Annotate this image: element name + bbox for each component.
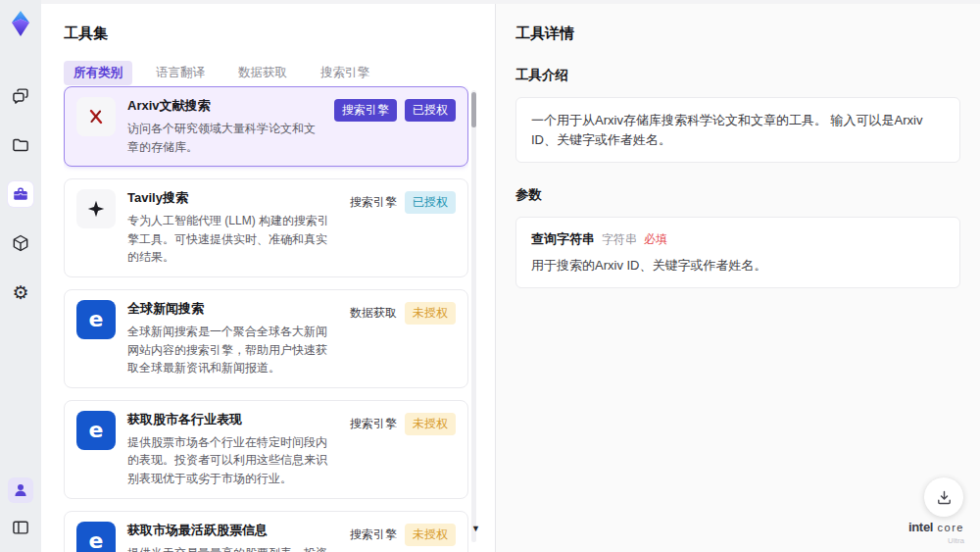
left-nav-rail: ⚙ (0, 0, 41, 552)
download-button[interactable] (924, 477, 963, 517)
tool-name: 获取股市各行业表现 (127, 411, 338, 428)
user-profile-icon[interactable] (8, 477, 33, 503)
detail-title: 工具详情 (515, 25, 960, 43)
brand-core-text: core (938, 522, 964, 533)
nav-chat-icon[interactable] (8, 83, 33, 109)
tavily-sparkle-icon (76, 189, 116, 228)
auth-status-badge: 未授权 (405, 302, 456, 325)
scrollbar-thumb[interactable] (471, 92, 476, 127)
tool-card[interactable]: Arxiv文献搜索 访问各个研究领域大量科学论文和文章的存储库。 搜索引擎 已授… (64, 86, 468, 167)
tool-description: 全球新闻搜索是一个聚合全球各大新闻网站内容的搜索引擎，帮助用户快速获取全球最新资… (127, 323, 338, 377)
finance-news-icon: e (76, 522, 116, 552)
params-heading: 参数 (515, 186, 960, 204)
category-badge: 搜索引擎 (334, 99, 397, 122)
nav-packages-icon[interactable] (8, 230, 33, 256)
arxiv-logo-icon (76, 97, 116, 136)
page-title: 工具集 (41, 4, 495, 43)
tab-translate[interactable]: 语言翻译 (146, 61, 215, 85)
category-badge: 数据获取 (350, 302, 397, 325)
tool-description: 提供当天交易量最高的股票列表，投资者可以利用这些信息来识别流动性强的股票和潜在的… (127, 544, 338, 552)
finance-news-icon: e (76, 300, 116, 339)
tool-name: 获取市场最活跃股票信息 (127, 522, 338, 539)
tool-description: 访问各个研究领域大量科学论文和文章的存储库。 (127, 120, 322, 156)
tool-description: 专为人工智能代理 (LLM) 构建的搜索引擎工具。可快速提供实时、准确和真实的结… (127, 212, 338, 267)
tool-list-panel: 工具集 所有类别 语言翻译 数据获取 搜索引擎 Arxiv文献搜索 访问各个研究… (41, 4, 495, 552)
tool-card[interactable]: Tavily搜索 专为人工智能代理 (LLM) 构建的搜索引擎工具。可快速提供实… (64, 178, 468, 277)
category-badge: 搜索引擎 (350, 524, 397, 546)
parameter-description: 用于搜索的Arxiv ID、关键字或作者姓名。 (531, 257, 945, 275)
app-logo-icon (7, 9, 34, 42)
brand-ultra-text: Ultra (908, 536, 964, 545)
category-badge: 搜索引擎 (350, 191, 397, 214)
nav-files-icon[interactable] (8, 132, 33, 158)
auth-status-badge: 已授权 (405, 191, 456, 214)
parameter-type: 字符串 (602, 231, 637, 248)
tool-card[interactable]: e 全球新闻搜索 全球新闻搜索是一个聚合全球各大新闻网站内容的搜索引擎，帮助用户… (64, 289, 468, 388)
brand-intel-text: intel (908, 520, 933, 534)
parameter-item: 查询字符串 字符串 必填 用于搜索的Arxiv ID、关键字或作者姓名。 (531, 230, 945, 275)
auth-status-badge: 未授权 (405, 524, 456, 546)
tool-detail-panel: 工具详情 工具介绍 一个用于从Arxiv存储库搜索科学论文和文章的工具。 输入可… (495, 4, 980, 552)
intro-text: 一个用于从Arxiv存储库搜索科学论文和文章的工具。 输入可以是Arxiv ID… (531, 111, 945, 149)
list-scrollbar[interactable] (471, 90, 476, 542)
category-badge: 搜索引擎 (350, 413, 397, 435)
intel-core-logo: intel core Ultra (908, 518, 964, 545)
intro-box: 一个用于从Arxiv存储库搜索科学论文和文章的工具。 输入可以是Arxiv ID… (515, 97, 960, 163)
params-box: 查询字符串 字符串 必填 用于搜索的Arxiv ID、关键字或作者姓名。 (515, 217, 960, 288)
category-tabs: 所有类别 语言翻译 数据获取 搜索引擎 (41, 43, 495, 85)
tab-search-engine[interactable]: 搜索引擎 (311, 61, 379, 85)
tab-all[interactable]: 所有类别 (64, 61, 132, 85)
parameter-required-flag: 必填 (644, 231, 667, 248)
nav-toolbox-icon[interactable] (8, 181, 33, 207)
scroll-down-arrow[interactable]: ▼ (471, 525, 480, 533)
intro-heading: 工具介绍 (515, 67, 960, 84)
panel-toggle-icon[interactable] (8, 515, 33, 540)
tab-data-fetch[interactable]: 数据获取 (228, 61, 297, 85)
parameter-name: 查询字符串 (531, 230, 595, 248)
tool-description: 提供股票市场各个行业在特定时间段内的表现。投资者可以利用这些信息来识别表现优于或… (127, 433, 338, 488)
tool-name: Tavily搜索 (127, 189, 338, 207)
finance-news-icon: e (76, 411, 116, 450)
app-window: ⚙ 工具集 所有类别 语言翻译 数据获取 搜索引擎 (0, 0, 980, 552)
tool-name: Arxiv文献搜索 (127, 97, 322, 115)
tool-list: Arxiv文献搜索 访问各个研究领域大量科学论文和文章的存储库。 搜索引擎 已授… (64, 86, 468, 552)
tool-name: 全球新闻搜索 (127, 300, 338, 318)
tool-card[interactable]: e 获取股市各行业表现 提供股票市场各个行业在特定时间段内的表现。投资者可以利用… (64, 400, 468, 499)
auth-status-badge: 未授权 (405, 413, 456, 435)
auth-status-badge: 已授权 (405, 99, 456, 122)
tool-card[interactable]: e 获取市场最活跃股票信息 提供当天交易量最高的股票列表，投资者可以利用这些信息… (64, 511, 468, 552)
nav-settings-icon[interactable]: ⚙ (8, 279, 33, 305)
